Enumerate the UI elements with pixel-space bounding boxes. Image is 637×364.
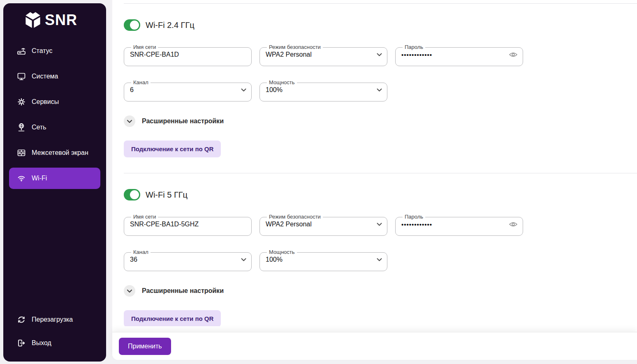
sidebar-bottom-menu: Перезагрузка Выход [3, 309, 106, 362]
brand-name: SNR [45, 12, 77, 29]
channel-label: Канал [131, 80, 151, 85]
ssid-field-5ghz: Имя сети [124, 214, 252, 236]
sidebar-item-logout[interactable]: Выход [9, 332, 100, 354]
network-icon [16, 122, 26, 132]
power-field-5ghz: Мощность 100% [259, 249, 387, 271]
wifi-icon [16, 173, 26, 183]
brand-logo: SNR [25, 10, 106, 30]
power-label: Мощность [267, 249, 297, 255]
ssid-label: Имя сети [131, 214, 158, 220]
sidebar-item-label: Статус [32, 47, 53, 55]
wifi-24ghz-toggle[interactable] [124, 19, 140, 31]
security-mode-label: Режим безопасности [267, 214, 323, 220]
ssid-label: Имя сети [131, 44, 158, 50]
sidebar-item-label: Сеть [32, 124, 46, 131]
ssid-input-5ghz[interactable] [130, 221, 246, 228]
sidebar-item-label: Межсетевой экран [32, 149, 88, 157]
chevron-down-icon [241, 88, 246, 92]
qr-connect-button-24ghz[interactable]: Подключение к сети по QR [124, 141, 221, 157]
ssid-field-24ghz: Имя сети [124, 44, 252, 66]
sidebar-item-reboot[interactable]: Перезагрузка [9, 309, 100, 330]
gear-icon [16, 97, 26, 107]
security-mode-select-24ghz[interactable]: WPA2 Personal [266, 51, 382, 58]
power-select-5ghz[interactable]: 100% [266, 256, 382, 263]
password-label: Пароль [403, 44, 425, 50]
chevron-down-icon [377, 53, 382, 56]
security-mode-label: Режим безопасности [267, 44, 323, 50]
sidebar-item-label: Система [32, 73, 58, 80]
chevron-down-icon [377, 223, 382, 226]
router-icon [16, 46, 26, 56]
wifi-settings-content: Wi-Fi 2.4 ГГц Имя сети Режим безопасност… [112, 0, 637, 326]
sidebar-item-system[interactable]: Система [9, 66, 100, 87]
sidebar: SNR Статус Сис [3, 3, 106, 362]
wifi-5ghz-section: Wi-Fi 5 ГГц Имя сети Режим безопасности … [124, 189, 637, 326]
section-title-24ghz: Wi-Fi 2.4 ГГц [146, 21, 195, 30]
channel-value: 6 [130, 86, 134, 94]
section-divider [124, 173, 637, 173]
wifi-5ghz-toggle[interactable] [124, 189, 140, 200]
security-mode-field-24ghz: Режим безопасности WPA2 Personal [259, 44, 387, 66]
toggle-knob [130, 190, 139, 199]
top-divider [124, 3, 637, 4]
power-value: 100% [266, 86, 283, 94]
channel-select-5ghz[interactable]: 36 [130, 256, 246, 263]
security-mode-value: WPA2 Personal [266, 51, 312, 58]
show-password-eye-icon[interactable] [509, 51, 518, 58]
qr-connect-button-5ghz[interactable]: Подключение к сети по QR [124, 310, 221, 326]
advanced-settings-expander-24ghz[interactable]: Расширенные настройки [124, 115, 224, 127]
password-input-5ghz[interactable] [401, 221, 509, 228]
security-mode-field-5ghz: Режим безопасности WPA2 Personal [259, 214, 387, 236]
sidebar-item-label: Выход [32, 339, 51, 347]
sidebar-item-firewall[interactable]: Межсетевой экран [9, 142, 100, 164]
snr-cube-icon [25, 10, 41, 30]
chevron-down-icon [377, 88, 382, 92]
power-label: Мощность [267, 80, 297, 85]
chevron-down-icon [377, 258, 382, 261]
sidebar-item-label: Сервисы [32, 98, 59, 106]
apply-button[interactable]: Применить [119, 338, 171, 355]
section-title-5ghz: Wi-Fi 5 ГГц [146, 190, 188, 200]
power-field-24ghz: Мощность 100% [259, 80, 387, 101]
security-mode-value: WPA2 Personal [266, 221, 312, 228]
sidebar-item-label: Перезагрузка [32, 316, 73, 323]
restart-icon [16, 315, 26, 325]
logout-icon [16, 338, 26, 348]
channel-select-24ghz[interactable]: 6 [130, 86, 246, 94]
footer-bar: Применить [112, 332, 637, 360]
password-label: Пароль [403, 214, 425, 220]
channel-field-5ghz: Канал 36 [124, 249, 252, 271]
show-password-eye-icon[interactable] [509, 221, 518, 228]
advanced-settings-label: Расширенные настройки [142, 287, 224, 295]
sidebar-item-network[interactable]: Сеть [9, 117, 100, 138]
power-value: 100% [266, 256, 283, 263]
password-input-24ghz[interactable] [401, 51, 509, 58]
monitor-icon [16, 71, 26, 81]
firewall-icon [16, 148, 26, 158]
advanced-settings-expander-5ghz[interactable]: Расширенные настройки [124, 285, 224, 297]
channel-value: 36 [130, 256, 137, 263]
chevron-down-circle-icon [124, 115, 135, 127]
main-panel: Wi-Fi 2.4 ГГц Имя сети Режим безопасност… [112, 0, 637, 360]
power-select-24ghz[interactable]: 100% [266, 86, 382, 94]
chevron-down-circle-icon [124, 285, 135, 297]
channel-field-24ghz: Канал 6 [124, 80, 252, 101]
sidebar-item-label: Wi-Fi [32, 175, 47, 182]
password-field-24ghz: Пароль [395, 44, 523, 66]
channel-label: Канал [131, 249, 151, 255]
sidebar-item-wifi[interactable]: Wi-Fi [9, 168, 100, 189]
sidebar-item-services[interactable]: Сервисы [9, 91, 100, 113]
ssid-input-24ghz[interactable] [130, 51, 246, 58]
advanced-settings-label: Расширенные настройки [142, 117, 224, 125]
sidebar-menu: Статус Система Сервисы [3, 40, 106, 193]
wifi-24ghz-section: Wi-Fi 2.4 ГГц Имя сети Режим безопасност… [124, 19, 637, 157]
security-mode-select-5ghz[interactable]: WPA2 Personal [266, 221, 382, 228]
password-field-5ghz: Пароль [395, 214, 523, 236]
toggle-knob [130, 21, 139, 30]
chevron-down-icon [241, 258, 246, 261]
sidebar-item-status[interactable]: Статус [9, 40, 100, 62]
